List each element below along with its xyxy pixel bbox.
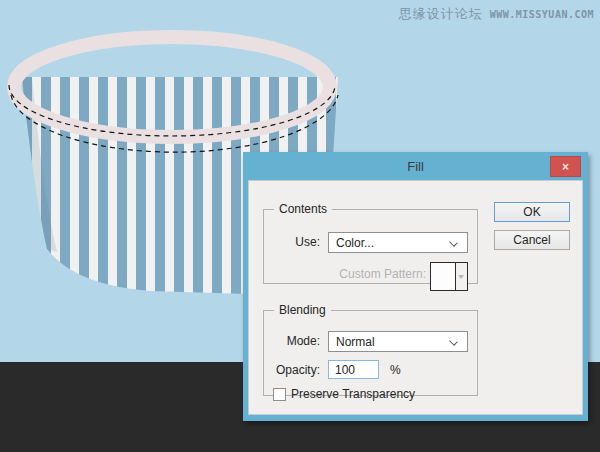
preserve-transparency-checkbox[interactable] xyxy=(273,388,286,401)
ok-button[interactable]: OK xyxy=(494,202,570,222)
contents-legend: Contents xyxy=(274,202,332,216)
triangle-down-icon xyxy=(458,275,464,279)
use-select-value: Color... xyxy=(336,236,374,250)
contents-group: Contents Use: Color... Custom Pattern: xyxy=(263,202,478,284)
mode-select-value: Normal xyxy=(336,335,375,349)
custom-pattern-picker xyxy=(430,262,468,291)
mode-label: Mode: xyxy=(264,334,320,348)
chevron-down-icon xyxy=(450,338,457,345)
watermark-site-url: WWW.MISSYUAN.COM xyxy=(490,9,594,20)
custom-pattern-label: Custom Pattern: xyxy=(264,267,426,281)
opacity-input[interactable] xyxy=(328,360,379,379)
use-label: Use: xyxy=(264,235,320,249)
watermark: 思缘设计论坛 WWW.MISSYUAN.COM xyxy=(399,5,594,23)
blending-legend: Blending xyxy=(274,303,331,317)
dialog-titlebar[interactable]: Fill × xyxy=(243,152,588,180)
dialog-title: Fill xyxy=(243,159,588,174)
blending-group: Blending Mode: Normal Opacity: % Preserv… xyxy=(263,303,478,396)
chevron-down-icon xyxy=(450,239,457,246)
opacity-unit: % xyxy=(390,363,401,377)
close-button[interactable]: × xyxy=(550,156,581,177)
opacity-label: Opacity: xyxy=(264,363,320,377)
cancel-button[interactable]: Cancel xyxy=(494,230,570,250)
preserve-transparency-label: Preserve Transparency xyxy=(291,387,415,401)
close-icon: × xyxy=(562,160,569,174)
screen: 思缘设计论坛 WWW.MISSYUAN.COM Fill × Contents … xyxy=(0,0,600,452)
watermark-site-name: 思缘设计论坛 xyxy=(399,5,483,23)
use-select[interactable]: Color... xyxy=(328,232,468,253)
pattern-dropdown-arrow xyxy=(456,263,467,290)
fill-dialog: Fill × Contents Use: Color... Custom Pat… xyxy=(243,152,588,421)
mode-select[interactable]: Normal xyxy=(328,331,468,352)
pattern-swatch xyxy=(431,263,456,290)
dialog-body: Contents Use: Color... Custom Pattern: B… xyxy=(248,180,583,415)
